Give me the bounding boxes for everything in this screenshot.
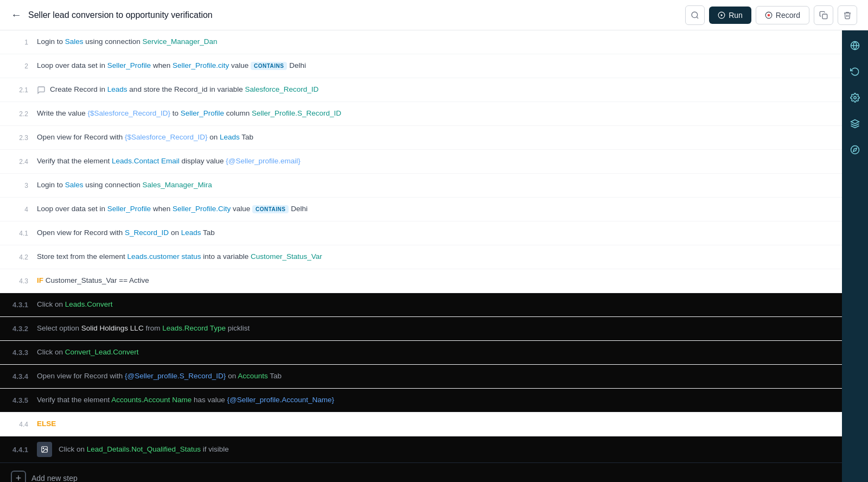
link-element-4-2[interactable]: Leads.customer status [127,252,201,261]
step-4-4: 4.4 ELSE [0,413,842,436]
step-3: 3 Login to Sales using connection Sales_… [0,174,842,198]
keyword-if-4-3: IF [37,276,43,284]
svg-marker-11 [851,120,859,124]
steps-content: 1 Login to Sales using connection Servic… [0,30,842,482]
run-button[interactable]: Run [709,7,751,24]
step-num-2: 2 [11,62,37,70]
step-2-2: 2.2 Write the value {$Salesforce_Record_… [0,102,842,126]
step-content-2-2: Write the value {$Salesforce_Record_ID} … [37,108,831,119]
step-num-4-4-1: 4.4.1 [11,446,37,454]
delete-button[interactable] [838,5,857,25]
link-record-4-1[interactable]: S_Record_ID [125,229,169,237]
step-content-4: Loop over data set in Seller_Profile whe… [37,204,831,214]
link-leads-convert-4-3-1[interactable]: Leads.Convert [65,300,113,308]
search-button[interactable] [685,5,705,25]
step-content-2-1: Create Record in Leads and store the Rec… [50,84,831,95]
link-leads-2-1[interactable]: Leads [107,85,127,93]
svg-point-10 [854,97,857,99]
sidebar-settings-icon[interactable] [846,89,864,106]
step-content-4-2: Store text from the element Leads.custom… [37,251,831,262]
svg-point-12 [851,146,859,154]
step-num-4-3-1: 4.3.1 [11,301,37,309]
step-2-1: 2.1 Create Record in Leads and store the… [0,78,842,102]
main: 1 Login to Sales using connection Servic… [0,30,868,482]
link-connection-1[interactable]: Service_Manager_Dan [142,37,217,46]
link-element-2-4[interactable]: Leads.Contact Email [112,157,180,165]
link-var-ref-2-3[interactable]: {$Salesforce_Record_ID} [125,133,207,141]
step-num-2-3: 2.3 [11,134,37,142]
step-4-2: 4.2 Store text from the element Leads.cu… [0,245,842,269]
link-sales-1[interactable]: Sales [65,37,84,46]
link-seller-city-2[interactable]: Seller_Profile.city [173,61,229,69]
link-seller-2-2[interactable]: Seller_Profile [181,109,224,117]
badge-contains-2: CONTAINS [251,62,287,70]
link-leads-4-1[interactable]: Leads [181,229,201,237]
link-not-qualified-4-4-1[interactable]: Lead_Details.Not_Qualified_Status [87,445,201,453]
link-accounts-4-3-4[interactable]: Accounts [238,372,268,380]
step-content-4-3-2: Select option Solid Holdings LLC from Le… [37,323,831,334]
step-content-4-4: ELSE [37,418,831,429]
link-var-ref2-4-3-5[interactable]: {@Seller_profile.Account_Name} [227,396,334,404]
step-content-2: Loop over data set in Seller_Profile whe… [37,60,831,71]
step-4: 4 Loop over data set in Seller_Profile w… [0,198,842,221]
step-4-4-1: 4.4.1 Click on Lead_Details.Not_Qualifie… [0,436,842,463]
header-actions: Run Record [685,5,857,25]
step-content-4-3-5: Verify that the element Accounts.Account… [37,395,831,405]
step-num-4-2: 4.2 [11,253,37,261]
sidebar-history-icon[interactable] [846,63,864,80]
link-var-4-2[interactable]: Customer_Status_Var [251,252,322,261]
step-2-4: 2.4 Verify that the element Leads.Contac… [0,150,842,174]
step-4-3-5: 4.3.5 Verify that the element Accounts.A… [0,389,842,413]
step-num-4-3-2: 4.3.2 [11,325,37,333]
record-button[interactable]: Record [756,6,809,24]
svg-point-7 [43,448,44,449]
step-content-1: Login to Sales using connection Service_… [37,36,831,47]
svg-point-4 [768,14,770,16]
step-content-4-4-1: Click on Lead_Details.Not_Qualified_Stat… [59,444,831,455]
step-2-3: 2.3 Open view for Record with {$Salesfor… [0,126,842,150]
link-sales-3[interactable]: Sales [65,181,84,189]
back-button[interactable]: ← [11,9,22,21]
page-title: Seller lead conversion to opportunity ve… [28,10,213,20]
step-num-4-3-5: 4.3.5 [11,396,37,404]
step-content-2-3: Open view for Record with {$Salesforce_R… [37,132,831,143]
link-connection-3[interactable]: Sales_Manager_Mira [142,181,212,189]
link-solid-holdings-4-3-2[interactable]: Solid Holdings LLC [81,324,144,332]
link-var-ref-4-3-4[interactable]: {@Seller_profile.S_Record_ID} [125,372,226,380]
header: ← Seller lead conversion to opportunity … [0,0,868,30]
sidebar-globe-icon[interactable] [846,37,864,54]
step-4-3-3: 4.3.3 Click on Convert_Lead.Convert [0,341,842,365]
sidebar-layers-icon[interactable] [846,115,864,132]
link-convert-lead-4-3-3[interactable]: Convert_Lead.Convert [65,348,139,356]
link-var-ref-2-2[interactable]: {$Salesforce_Record_ID} [88,109,170,117]
step-4-1: 4.1 Open view for Record with S_Record_I… [0,221,842,245]
step-num-4-3-3: 4.3.3 [11,348,37,357]
step-4-3-1: 4.3.1 Click on Leads.Convert [0,293,842,317]
step-num-4-1: 4.1 [11,230,37,237]
step-1: 1 Login to Sales using connection Servic… [0,30,842,54]
link-seller-profile-4[interactable]: Seller_Profile [107,205,151,213]
add-step-row[interactable]: + Add new step [0,463,842,482]
step-content-4-1: Open view for Record with S_Record_ID on… [37,227,831,238]
link-leads-2-3[interactable]: Leads [220,133,240,141]
header-left: ← Seller lead conversion to opportunity … [11,9,685,21]
add-step-label: Add new step [31,474,78,482]
step-content-4-3: IF Customer_Status_Var == Active [37,275,831,286]
sidebar-compass-icon[interactable] [846,141,864,158]
step-num-1: 1 [11,39,37,46]
step-content-4-3-1: Click on Leads.Convert [37,299,831,310]
step-num-4-3: 4.3 [11,277,37,285]
link-account-name-4-3-5[interactable]: Accounts.Account Name [111,396,192,404]
copy-button[interactable] [814,5,833,25]
svg-point-0 [692,12,698,18]
add-step-icon: + [11,471,26,482]
svg-marker-2 [721,14,723,16]
link-seller-profile-2[interactable]: Seller_Profile [107,61,151,69]
step-content-2-4: Verify that the element Leads.Contact Em… [37,156,831,167]
link-record-type-4-3-2[interactable]: Leads.Record Type [162,324,226,332]
link-var-2-4[interactable]: {@Seller_profile.email} [226,157,301,165]
svg-rect-5 [822,14,827,19]
link-col-2-2[interactable]: Seller_Profile.S_Record_ID [252,109,341,117]
link-var-2-1[interactable]: Salesforce_Record_ID [245,85,319,93]
link-seller-city-4[interactable]: Seller_Profile.City [173,205,231,213]
